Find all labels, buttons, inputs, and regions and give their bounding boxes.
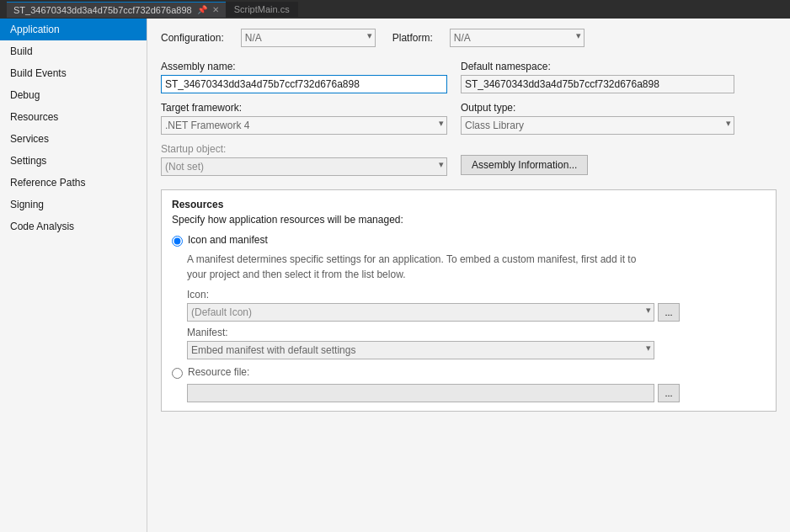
configuration-select[interactable]: N/A <box>241 29 376 47</box>
default-namespace-input[interactable] <box>461 75 734 93</box>
sidebar-item-build-events[interactable]: Build Events <box>0 62 147 84</box>
project-tab-pin-icon[interactable]: 📌 <box>197 5 207 14</box>
sidebar-item-application[interactable]: Application <box>0 19 147 40</box>
platform-select[interactable]: N/A <box>450 29 584 47</box>
resource-file-label: Resource file: <box>188 366 249 378</box>
main-layout: Application Build Build Events Debug Res… <box>0 19 790 532</box>
sidebar-item-build[interactable]: Build <box>0 40 147 62</box>
target-framework-select[interactable]: .NET Framework 4 .NET Framework 4.5 <box>161 116 447 135</box>
startup-object-label: Startup object: <box>161 143 447 155</box>
icon-row: (Default Icon) ... <box>187 303 766 322</box>
platform-select-wrapper: N/A <box>450 29 584 47</box>
resources-section-subtitle: Specify how application resources will b… <box>172 214 766 226</box>
output-type-select[interactable]: Class Library Windows Application Consol… <box>461 116 734 135</box>
assembly-information-button[interactable]: Assembly Information... <box>461 155 588 175</box>
manifest-description: A manifest determines specific settings … <box>187 252 766 282</box>
sidebar-item-services[interactable]: Services <box>0 128 147 150</box>
output-type-select-wrapper: Class Library Windows Application Consol… <box>461 116 734 135</box>
project-tab-close-icon[interactable]: ✕ <box>212 5 219 14</box>
sidebar-item-debug[interactable]: Debug <box>0 84 147 106</box>
sidebar-item-reference-paths[interactable]: Reference Paths <box>0 172 147 194</box>
target-framework-group: Target framework: .NET Framework 4 .NET … <box>161 102 447 135</box>
icon-browse-button[interactable]: ... <box>658 303 680 322</box>
manifest-select-wrapper: Embed manifest with default settings <box>187 341 654 359</box>
title-bar: ST_34670343dd3a4d75b7ccf732d676a898 📌 ✕ … <box>0 0 790 19</box>
script-tab[interactable]: ScriptMain.cs <box>226 2 298 17</box>
content-area: Configuration: N/A Platform: N/A Assembl… <box>147 19 790 532</box>
assembly-name-group: Assembly name: <box>161 61 447 93</box>
assembly-name-label: Assembly name: <box>161 61 447 72</box>
script-tab-label: ScriptMain.cs <box>234 4 290 14</box>
sidebar-item-code-analysis[interactable]: Code Analysis <box>0 215 147 237</box>
target-framework-select-wrapper: .NET Framework 4 .NET Framework 4.5 <box>161 116 447 135</box>
default-namespace-label: Default namespace: <box>461 61 734 72</box>
sidebar-item-signing[interactable]: Signing <box>0 194 147 215</box>
icon-manifest-label: Icon and manifest <box>188 234 268 246</box>
project-tab-label: ST_34670343dd3a4d75b7ccf732d676a898 <box>13 5 192 15</box>
manifest-label: Manifest: <box>187 327 766 338</box>
sidebar-item-settings[interactable]: Settings <box>0 150 147 172</box>
startup-object-select[interactable]: (Not set) <box>161 157 447 176</box>
manifest-row: Embed manifest with default settings <box>187 341 766 359</box>
assembly-name-input[interactable] <box>161 75 447 93</box>
framework-output-row: Target framework: .NET Framework 4 .NET … <box>161 102 777 135</box>
resource-file-option: Resource file: <box>172 366 766 379</box>
configuration-select-wrapper: N/A <box>241 29 376 47</box>
sidebar: Application Build Build Events Debug Res… <box>0 19 147 532</box>
resources-section: Resources Specify how application resour… <box>161 189 777 412</box>
target-framework-label: Target framework: <box>161 102 447 114</box>
startup-object-select-wrapper: (Not set) <box>161 157 447 176</box>
icon-label: Icon: <box>187 289 766 301</box>
icon-select-wrapper: (Default Icon) <box>187 303 654 322</box>
startup-assembly-row: Startup object: (Not set) Assembly Infor… <box>161 143 777 176</box>
default-namespace-group: Default namespace: <box>461 61 734 93</box>
icon-subform: Icon: (Default Icon) ... <box>187 289 766 322</box>
resource-file-radio[interactable] <box>172 368 183 379</box>
platform-label: Platform: <box>392 32 433 44</box>
project-tab[interactable]: ST_34670343dd3a4d75b7ccf732d676a898 📌 ✕ <box>7 2 226 18</box>
resource-file-input[interactable] <box>187 384 654 402</box>
assembly-info-btn-container: Assembly Information... <box>461 155 588 175</box>
manifest-select[interactable]: Embed manifest with default settings <box>187 341 654 359</box>
output-type-label: Output type: <box>461 102 734 114</box>
sidebar-item-resources[interactable]: Resources <box>0 106 147 128</box>
assembly-namespace-row: Assembly name: Default namespace: <box>161 61 777 93</box>
icon-select[interactable]: (Default Icon) <box>187 303 654 322</box>
manifest-subform: Manifest: Embed manifest with default se… <box>187 327 766 359</box>
resource-file-row: ... <box>187 384 766 402</box>
resource-file-browse-button[interactable]: ... <box>658 384 680 402</box>
configuration-label: Configuration: <box>161 32 224 44</box>
icon-manifest-radio[interactable] <box>172 236 183 247</box>
output-type-group: Output type: Class Library Windows Appli… <box>461 102 734 135</box>
config-platform-row: Configuration: N/A Platform: N/A <box>161 29 777 47</box>
resources-section-title: Resources <box>172 199 766 210</box>
startup-object-group: Startup object: (Not set) <box>161 143 447 176</box>
icon-manifest-option: Icon and manifest <box>172 234 766 247</box>
